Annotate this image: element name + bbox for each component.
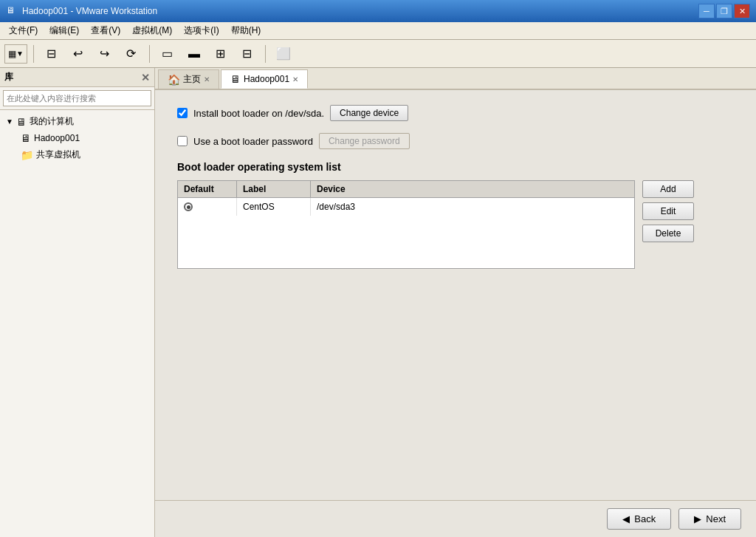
back-button[interactable]: ◀ Back [607,508,671,530]
back-arrow-icon: ◀ [622,513,630,524]
minimize-button[interactable]: ─ [698,4,715,18]
window-title: Hadoop001 - VMware Workstation [22,6,698,16]
next-arrow-icon: ▶ [694,513,701,524]
sidebar: 库 ✕ ▼ 🖥 我的计算机 🖥 Hadoop001 📁 共享虚拟机 [0,68,155,537]
sidebar-item-mycomputer[interactable]: ▼ 🖥 我的计算机 [0,113,154,130]
delete-button[interactable]: Delete [642,225,694,242]
col-device: Device [311,181,634,197]
toolbar: ▦ ▼ ⊟ ↩ ↪ ⟳ ▭ ▬ ⊞ ⊟ ⬜ [0,40,756,68]
tab-bar: 🏠 主页 ✕ 🖥 Hadoop001 ✕ [155,68,756,90]
sidebar-title: 库 [4,71,13,83]
toolbar-view-btn-4[interactable]: ⊟ [236,43,259,65]
tab-label: 主页 [183,73,201,86]
sidebar-close-button[interactable]: ✕ [141,72,150,83]
edit-button[interactable]: Edit [642,202,694,220]
menu-tabs[interactable]: 选项卡(I) [178,23,224,38]
use-password-checkbox[interactable] [177,136,188,146]
search-input[interactable] [3,90,151,106]
next-label: Next [706,513,726,524]
vm-tab-icon: 🖥 [230,73,241,85]
computer-icon: 🖥 [16,116,27,128]
bottom-nav: ◀ Back ▶ Next [155,500,756,537]
menu-view[interactable]: 查看(V) [85,23,126,38]
toolbar-btn-3[interactable]: ↪ [93,43,117,65]
table-row[interactable]: CentOS /dev/sda3 [178,198,634,216]
vm-icon: 🖥 [21,132,31,144]
sidebar-tree: ▼ 🖥 我的计算机 🖥 Hadoop001 📁 共享虚拟机 [0,110,154,537]
tab-close-home[interactable]: ✕ [204,75,210,83]
section-title: Boot loader operating system list [177,161,694,173]
right-panel: 🏠 主页 ✕ 🖥 Hadoop001 ✕ Install boot loader… [155,68,756,537]
menu-vm[interactable]: 虚拟机(M) [126,23,178,38]
cell-default [178,198,237,216]
sidebar-search-container [0,87,154,110]
add-button[interactable]: Add [642,180,694,198]
sidebar-item-shared-vm[interactable]: 📁 共享虚拟机 [0,146,154,163]
boot-content: Install boot loader on /dev/sda. Change … [177,105,694,269]
install-bootloader-label: Install boot loader on /dev/sda. [193,108,324,119]
install-bootloader-checkbox[interactable] [177,108,188,118]
col-label: Label [237,181,311,197]
menubar: 文件(F) 编辑(E) 查看(V) 虚拟机(M) 选项卡(I) 帮助(H) [0,22,756,40]
tab-home[interactable]: 🏠 主页 ✕ [158,69,219,89]
use-password-row: Use a boot loader password Change passwo… [177,133,694,149]
change-password-button: Change password [319,133,410,149]
close-button[interactable]: ✕ [734,4,750,18]
titlebar: 🖥 Hadoop001 - VMware Workstation ─ ❐ ✕ [0,0,756,22]
toolbar-view-btn-1[interactable]: ▭ [156,43,179,65]
os-table-header: Default Label Device [178,181,634,198]
shared-icon: 📁 [21,149,33,161]
sidebar-item-label: 共享虚拟机 [36,148,80,161]
col-default: Default [178,181,237,197]
table-buttons: Add Edit Delete [642,180,694,242]
home-tab-icon: 🏠 [168,74,180,86]
restore-button[interactable]: ❐ [716,4,732,18]
toolbar-vm-dropdown[interactable]: ▦ ▼ [4,44,27,64]
toolbar-btn-1[interactable]: ⊟ [40,43,63,65]
toolbar-sep-3 [265,45,266,63]
next-button[interactable]: ▶ Next [678,508,741,530]
sidebar-header: 库 ✕ [0,68,154,87]
window-controls: ─ ❐ ✕ [698,4,750,18]
sidebar-item-label: 我的计算机 [30,115,74,128]
os-table: Default Label Device CentOS /dev/sd [177,180,635,269]
tab-label: Hadoop001 [244,74,289,84]
sidebar-item-label: Hadoop001 [34,133,80,143]
toolbar-sep-1 [33,45,34,63]
menu-file[interactable]: 文件(F) [3,23,44,38]
toolbar-btn-2[interactable]: ↩ [66,43,90,65]
sidebar-item-hadoop001[interactable]: 🖥 Hadoop001 [0,130,154,146]
tab-hadoop001[interactable]: 🖥 Hadoop001 ✕ [221,69,308,89]
tab-close-hadoop[interactable]: ✕ [292,75,298,83]
cell-label: CentOS [237,198,311,216]
content-area: Install boot loader on /dev/sda. Change … [155,90,756,500]
install-bootloader-row: Install boot loader on /dev/sda. Change … [177,105,694,121]
change-device-button[interactable]: Change device [330,105,408,121]
expand-icon: ▼ [6,117,13,126]
toolbar-sep-2 [149,45,150,63]
use-password-label: Use a boot loader password [193,136,313,147]
os-table-container: Default Label Device CentOS /dev/sd [177,180,694,269]
toolbar-btn-4[interactable]: ⟳ [120,43,143,65]
cell-device: /dev/sda3 [311,198,634,216]
menu-edit[interactable]: 编辑(E) [44,23,85,38]
toolbar-view-btn-3[interactable]: ⊞ [209,43,233,65]
menu-help[interactable]: 帮助(H) [225,23,267,38]
toolbar-view-btn-2[interactable]: ▬ [182,43,206,65]
radio-default[interactable] [184,202,193,211]
toolbar-fullscreen-btn[interactable]: ⬜ [272,43,295,65]
app-icon: 🖥 [6,5,18,17]
back-label: Back [634,513,656,524]
